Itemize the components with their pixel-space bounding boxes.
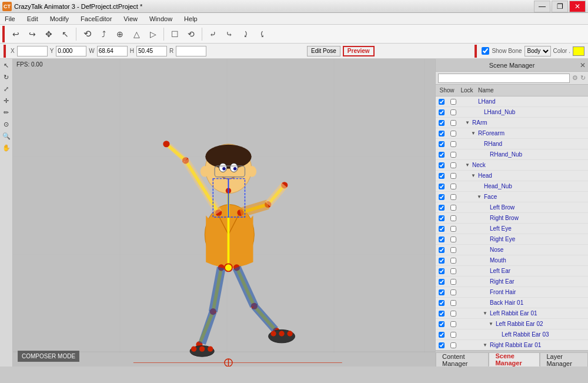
scene-search-options[interactable]: ⚙ [572, 74, 578, 82]
canvas-area[interactable]: FPS: 0.00 COMPOSER MODE [13, 59, 435, 367]
tree-lock-check[interactable] [447, 99, 459, 105]
tree-expand-icon[interactable]: ▼ [465, 162, 471, 168]
tree-show-check[interactable] [436, 205, 447, 211]
tree-item[interactable]: Left Eye [436, 224, 588, 234]
menu-modify[interactable]: Modify [48, 13, 71, 24]
scene-manager-close[interactable]: ✕ [580, 61, 586, 69]
menu-view[interactable]: View [121, 13, 140, 24]
transform-button[interactable]: ✥ [41, 26, 56, 42]
tree-expand-icon[interactable]: ▼ [471, 131, 477, 136]
tree-show-check[interactable] [436, 258, 447, 264]
tree-lock-check[interactable] [447, 332, 459, 338]
tree-show-check[interactable] [436, 194, 447, 200]
tool-lasso[interactable]: ⊙ [1, 119, 12, 129]
menu-file[interactable]: File [2, 13, 18, 24]
tab-scene-manager[interactable]: Scene Manager [489, 352, 540, 367]
tool-scale[interactable]: ⤢ [1, 84, 12, 94]
tree-lock-check[interactable] [447, 109, 459, 115]
minimize-button[interactable]: — [534, 1, 550, 12]
tab-content-manager[interactable]: Content Manager [436, 352, 489, 367]
play-button[interactable]: ▷ [145, 26, 161, 42]
preview-button[interactable]: Preview [343, 46, 375, 56]
tree-item[interactable]: Right Brow [436, 213, 588, 224]
close-button[interactable]: ✕ [569, 1, 586, 12]
reset-button[interactable]: ⟲ [183, 26, 199, 42]
tree-lock-check[interactable] [447, 258, 459, 264]
tree-lock-check[interactable] [447, 226, 459, 232]
tool-pen[interactable]: ✏ [1, 107, 12, 118]
tree-item[interactable]: ▼ Left Rabbit Ear 02 [436, 319, 588, 329]
edit-pose-button[interactable]: Edit Pose [307, 46, 340, 56]
tree-show-check[interactable] [436, 268, 447, 274]
tree-show-check[interactable] [436, 279, 447, 285]
tree-expand-icon[interactable]: ▼ [483, 342, 489, 348]
h-input[interactable] [136, 46, 167, 56]
select-button[interactable]: ☐ [167, 26, 182, 42]
maximize-button[interactable]: ❐ [552, 1, 568, 12]
add-button[interactable]: ⊕ [112, 26, 128, 42]
tree-lock-check[interactable] [447, 162, 459, 168]
tree-item[interactable]: RHand [436, 139, 588, 149]
tree-item[interactable]: Front Hair [436, 287, 588, 298]
scene-refresh[interactable]: ↻ [580, 74, 586, 82]
tree-show-check[interactable] [436, 237, 447, 242]
tree-lock-check[interactable] [447, 205, 459, 211]
tree-show-check[interactable] [436, 321, 447, 327]
undo-button[interactable]: ↩ [8, 26, 24, 42]
path-button[interactable]: ⤷ [222, 26, 237, 42]
tree-item[interactable]: Left Ear [436, 266, 588, 277]
tree-item[interactable]: ▼ Neck [436, 160, 588, 171]
scene-search-input[interactable] [438, 74, 570, 83]
titlebar-controls[interactable]: — ❐ ✕ [534, 1, 586, 12]
tree-lock-check[interactable] [447, 184, 459, 189]
tree-expand-icon[interactable]: ▼ [489, 321, 495, 327]
menu-window[interactable]: Window [147, 13, 175, 24]
tree-item[interactable]: ▼ Right Rabbit Ear 01 [436, 340, 588, 350]
tree-lock-check[interactable] [447, 289, 459, 295]
tree-show-check[interactable] [436, 173, 447, 179]
show-bone-checkbox[interactable] [482, 47, 489, 55]
rotate-button[interactable]: ⟲ [79, 26, 95, 42]
tree-show-check[interactable] [436, 332, 447, 338]
tree-show-check[interactable] [436, 289, 447, 295]
tree-show-check[interactable] [436, 109, 447, 115]
tool-arrow[interactable]: ↖ [1, 60, 12, 71]
tool-move[interactable]: ✛ [1, 95, 12, 106]
wave-button[interactable]: ⤸ [238, 26, 253, 42]
tree-item[interactable]: Head_Nub [436, 181, 588, 192]
loop-button[interactable]: ⤹ [255, 26, 270, 42]
tree-lock-check[interactable] [447, 300, 459, 306]
y-input[interactable] [56, 46, 86, 56]
tree-show-check[interactable] [436, 311, 447, 317]
tab-layer-manager[interactable]: Layer Manager [540, 352, 588, 367]
pointer-button[interactable]: ↖ [58, 26, 73, 42]
tree-lock-check[interactable] [447, 194, 459, 200]
tree-item[interactable]: ▼ Head [436, 171, 588, 181]
up-button[interactable]: △ [129, 26, 144, 42]
tool-zoom[interactable]: 🔍 [1, 131, 12, 141]
tree-show-check[interactable] [436, 226, 447, 232]
color-swatch[interactable] [573, 46, 584, 56]
scale-button[interactable]: ⤴ [96, 26, 111, 42]
tree-lock-check[interactable] [447, 173, 459, 179]
tree-lock-check[interactable] [447, 247, 459, 253]
tree-show-check[interactable] [436, 131, 447, 136]
tree-show-check[interactable] [436, 162, 447, 168]
r-input[interactable] [176, 46, 206, 56]
tree-item[interactable]: ▼ RArm [436, 118, 588, 128]
tree-show-check[interactable] [436, 99, 447, 105]
x-input[interactable] [17, 46, 48, 56]
tree-lock-check[interactable] [447, 120, 459, 126]
tree-item[interactable]: Back Hair 01 [436, 298, 588, 308]
tree-item[interactable]: Right Eye [436, 234, 588, 245]
tree-expand-icon[interactable]: ▼ [477, 194, 483, 199]
tree-show-check[interactable] [436, 247, 447, 253]
tree-lock-check[interactable] [447, 152, 459, 158]
body-selector[interactable]: Body [524, 46, 551, 56]
w-input[interactable] [97, 46, 128, 56]
tree-item[interactable]: Left Brow [436, 202, 588, 213]
tree-show-check[interactable] [436, 215, 447, 221]
curve-button[interactable]: ⤶ [205, 26, 220, 42]
tree-lock-check[interactable] [447, 321, 459, 327]
redo-button[interactable]: ↪ [25, 26, 40, 42]
